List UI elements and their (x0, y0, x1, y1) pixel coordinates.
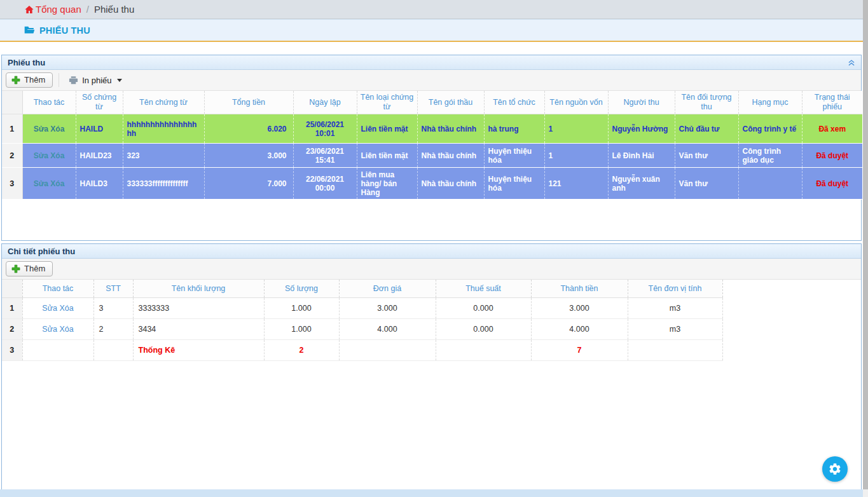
cell-ten-to-chuc: Huyện thiệu hóa (484, 168, 544, 200)
cell-ngay-lap: 25/06/2021 10:01 (293, 114, 357, 144)
row-actions: Sửa Xóa (22, 114, 76, 144)
detail-row[interactable]: 1 Sửa Xóa 3 3333333 1.000 3.000 0.000 3.… (2, 297, 722, 318)
print-receipt-menu[interactable]: In phiếu (65, 74, 125, 87)
cell-tong-tien: 7.000 (204, 168, 293, 200)
cell-stt: 3 (93, 297, 133, 318)
cell-ten-goi-thau: Nhà thầu chính (417, 168, 484, 200)
plus-icon (11, 76, 20, 85)
col-thao-tac: Thao tác (22, 280, 93, 297)
gear-icon (828, 462, 842, 476)
edit-link[interactable]: Sửa (42, 325, 57, 334)
cell-ten-nguon-von: 121 (544, 168, 608, 200)
cell-ten-nguon-von: 1 (544, 114, 608, 144)
row-actions: Sửa Xóa (22, 297, 93, 318)
edit-link[interactable]: Sửa (42, 304, 57, 313)
edit-link[interactable]: Sửa (34, 179, 48, 188)
cell-don-gia: 4.000 (339, 318, 436, 339)
cell-hang-muc: Công trình giáo dục (738, 144, 802, 168)
cell-so-chung-tu: HAILD23 (76, 144, 123, 168)
cell-ten-chung-tu: 333333ffffffffffffff (123, 168, 204, 200)
breadcrumb-home[interactable]: Tổng quan (24, 4, 81, 15)
details-table-empty-area (2, 361, 861, 491)
receipts-panel-header: Phiếu thu (2, 55, 861, 70)
cell-trang-thai: Đã duyệt (802, 168, 862, 200)
page-header: PHIẾU THU (0, 19, 868, 42)
cell-hang-muc (738, 168, 802, 200)
details-toolbar: Thêm (2, 259, 861, 280)
row-actions: Sửa Xóa (22, 144, 76, 168)
breadcrumb-home-label[interactable]: Tổng quan (36, 4, 81, 15)
col-don-gia: Đơn giá (339, 280, 436, 297)
settings-fab-button[interactable] (822, 456, 848, 482)
footer-bar (0, 489, 868, 497)
details-panel-header: Chi tiết phiếu thu (2, 244, 861, 259)
receipts-table-empty-area (2, 200, 861, 240)
cell-ten-to-chuc: hà trung (484, 114, 544, 144)
scrollbar-thumb[interactable] (863, 0, 868, 489)
cell-thanh-tien: 4.000 (531, 318, 628, 339)
summary-label: Thống Kê (133, 339, 264, 360)
summary-empty (339, 339, 436, 360)
receipts-toolbar: Thêm In phiếu (2, 70, 861, 91)
cell-ten-nguon-von: 1 (544, 144, 608, 168)
cell-ten-chung-tu: hhhhhhhhhhhhhhhhh (123, 114, 204, 144)
cell-thue-suat: 0.000 (436, 318, 531, 339)
row-number: 2 (2, 144, 22, 168)
add-receipt-button[interactable]: Thêm (6, 72, 53, 88)
cell-tong-tien: 6.020 (204, 114, 293, 144)
receipts-panel: Phiếu thu Thêm In phiếu (1, 55, 862, 241)
col-nguoi-thu: Người thu (608, 91, 675, 114)
cell-stt-empty (93, 339, 133, 360)
page-title: PHIẾU THU (39, 25, 90, 36)
edit-link[interactable]: Sửa (34, 151, 48, 160)
cell-nguoi-thu: Lê Đình Hải (608, 144, 675, 168)
col-ten-nguon-von: Tên nguồn vốn (544, 91, 608, 114)
vertical-scrollbar[interactable] (863, 0, 868, 497)
summary-quantity: 2 (264, 339, 339, 360)
delete-link[interactable]: Xóa (50, 125, 64, 133)
receipt-row[interactable]: 3 Sửa Xóa HAILD3 333333ffffffffffffff 7.… (2, 168, 862, 200)
row-actions: Sửa Xóa (22, 318, 93, 339)
cell-ngay-lap: 23/06/2021 15:41 (293, 144, 357, 168)
detail-row[interactable]: 2 Sửa Xóa 2 3434 1.000 4.000 0.000 4.000… (2, 318, 722, 339)
cell-ten-doi-tuong-thu: Văn thư (675, 168, 738, 200)
cell-ten-khoi-luong: 3434 (133, 318, 264, 339)
col-ten-don-vi-tinh: Tên đơn vị tính (628, 280, 722, 297)
row-number: 2 (2, 318, 22, 339)
breadcrumb-current: Phiếu thu (94, 4, 134, 15)
col-ten-to-chuc: Tên tổ chức (484, 91, 544, 114)
cell-ten-goi-thau: Nhà thầu chính (417, 144, 484, 168)
col-thanh-tien: Thành tiền (531, 280, 628, 297)
cell-trang-thai: Đã xem (802, 114, 862, 144)
delete-link[interactable]: Xóa (50, 151, 64, 160)
col-trang-thai-phieu: Trạng thái phiếu (802, 91, 862, 114)
cell-so-luong: 1.000 (264, 297, 339, 318)
printer-icon (69, 76, 78, 85)
cell-ten-to-chuc: Huyện thiệu hóa (484, 144, 544, 168)
details-header-row: Thao tác STT Tên khối lượng Số lượng Đơn… (2, 280, 722, 297)
delete-link[interactable]: Xóa (59, 325, 73, 334)
content-area: Phiếu thu Thêm In phiếu (0, 42, 863, 492)
cell-nguoi-thu: Nguyễn xuân anh (608, 168, 675, 200)
cell-ten-doi-tuong-thu: Chủ đầu tư (675, 114, 738, 144)
delete-link[interactable]: Xóa (59, 304, 73, 313)
cell-ngay-lap: 22/06/2021 00:00 (293, 168, 357, 200)
plus-icon (11, 264, 20, 273)
summary-empty (628, 339, 722, 360)
edit-link[interactable]: Sửa (34, 125, 48, 133)
cell-ten-chung-tu: 323 (123, 144, 204, 168)
receipt-row[interactable]: 1 Sửa Xóa HAILD hhhhhhhhhhhhhhhhh 6.020 … (2, 114, 862, 144)
col-ten-chung-tu: Tên chứng từ (123, 91, 204, 114)
cell-ten-goi-thau: Nhà thầu chính (417, 114, 484, 144)
cell-so-chung-tu: HAILD3 (76, 168, 123, 200)
col-so-chung-tu: Số chứng từ (76, 91, 123, 114)
add-detail-button[interactable]: Thêm (6, 261, 53, 276)
cell-so-luong: 1.000 (264, 318, 339, 339)
collapse-panel-icon[interactable] (847, 58, 856, 69)
delete-link[interactable]: Xóa (50, 179, 64, 188)
col-tong-tien: Tổng tiền (204, 91, 293, 114)
receipt-row[interactable]: 2 Sửa Xóa HAILD23 323 3.000 23/06/2021 1… (2, 144, 862, 168)
summary-empty (436, 339, 531, 360)
cell-ten-loai-chung-tu: Liên tiền mặt (357, 144, 417, 168)
breadcrumb-separator: / (86, 4, 89, 15)
